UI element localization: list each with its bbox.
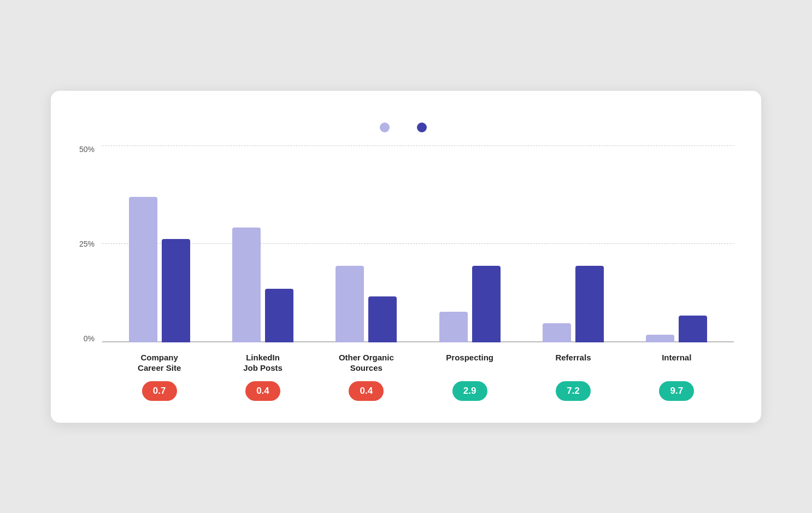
bar-group-0 [129,197,190,342]
bar-hires-0 [162,239,190,342]
x-label-5: Internal [646,352,707,363]
bar-hires-4 [575,266,604,342]
x-label-wrapper-2: Other OrganicSources [336,352,397,374]
x-label-1: LinkedInJob Posts [232,352,293,374]
badge-wrapper-1: 0.4 [232,381,293,401]
badges-row: 0.70.40.42.97.29.7 [102,381,734,401]
bar-hires-2 [368,296,397,342]
badge-wrapper-2: 0.4 [336,381,397,401]
chart-card: 50% 25% 0% [51,91,761,423]
bar-candidates-3 [439,312,468,342]
bars-row [102,145,734,342]
x-label-wrapper-3: Prospecting [439,352,501,374]
bars-and-grid [102,145,734,348]
bar-hires-3 [472,266,501,342]
bar-candidates-5 [646,335,674,342]
y-axis: 50% 25% 0% [78,145,102,348]
x-label-3: Prospecting [439,352,501,363]
candidates-dot [380,123,390,132]
bar-group-1 [232,228,293,342]
legend-hires [417,123,432,132]
bar-hires-1 [265,289,293,342]
ratio-badge-1: 0.4 [245,381,280,401]
bars-section: CompanyCareer SiteLinkedInJob PostsOther… [102,145,734,401]
x-label-0: CompanyCareer Site [129,352,190,374]
hires-dot [417,123,427,132]
bar-candidates-4 [543,323,571,342]
ratio-badge-0: 0.7 [142,381,177,401]
badge-wrapper-5: 9.7 [646,381,707,401]
x-label-2: Other OrganicSources [336,352,397,374]
badge-wrapper-3: 2.9 [439,381,501,401]
x-label-wrapper-5: Internal [646,352,707,374]
y-label-50: 50% [79,145,95,153]
ratio-badge-4: 7.2 [556,381,591,401]
ratio-badge-3: 2.9 [452,381,487,401]
ratio-badge-5: 9.7 [659,381,694,401]
x-label-wrapper-0: CompanyCareer Site [129,352,190,374]
bar-group-3 [439,266,501,342]
y-label-25: 25% [79,240,95,248]
chart-legend [78,123,734,132]
bar-group-2 [336,266,397,342]
chart-body: 50% 25% 0% [78,145,734,401]
bar-candidates-1 [232,228,261,342]
ratio-badge-2: 0.4 [349,381,384,401]
bar-candidates-2 [336,266,364,342]
x-label-wrapper-4: Referrals [543,352,604,374]
bar-group-4 [543,266,604,342]
x-label-wrapper-1: LinkedInJob Posts [232,352,293,374]
bar-hires-5 [679,316,707,342]
y-label-0: 0% [84,335,95,342]
badge-wrapper-0: 0.7 [129,381,190,401]
chart-area: 50% 25% 0% [78,145,734,401]
bar-candidates-0 [129,197,157,342]
x-label-4: Referrals [543,352,604,363]
legend-candidates [380,123,395,132]
bar-group-5 [646,316,707,342]
x-axis-labels: CompanyCareer SiteLinkedInJob PostsOther… [102,352,734,374]
badge-wrapper-4: 7.2 [543,381,604,401]
